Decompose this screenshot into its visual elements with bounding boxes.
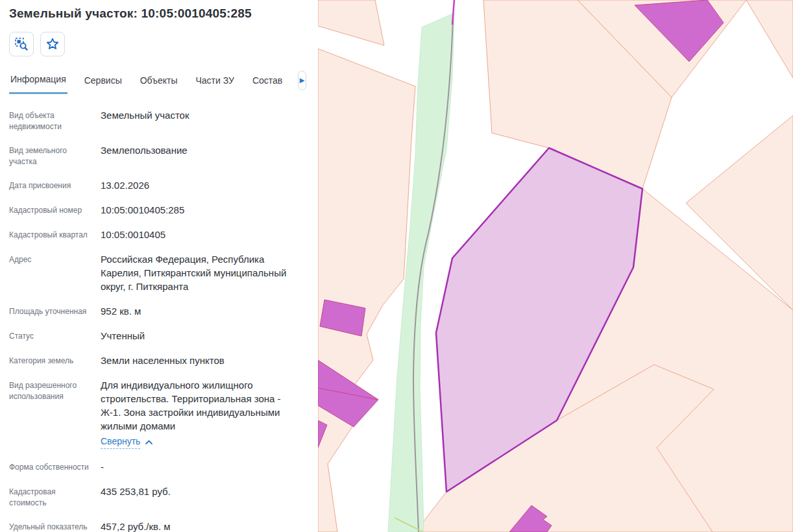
chevron-right-icon: ▶ [300, 77, 305, 84]
field-label: Кадастровый номер [9, 203, 95, 217]
field-row-specific-cadastral-value: Удельный показатель кадастровой 457,2 ру… [9, 520, 306, 532]
tab-information[interactable]: Информация [9, 70, 67, 94]
field-value: Учтенный [101, 329, 293, 343]
zoom-to-object-icon [14, 36, 29, 52]
field-value: - [101, 460, 293, 474]
field-value: Земельный участок [101, 108, 293, 132]
cadastral-map-app: Земельный участок: 10:05:0010405:285 [0, 0, 793, 532]
star-icon [45, 36, 60, 52]
parcel-polygon [746, 0, 793, 78]
field-row-cadastral-number: Кадастровый номер 10:05:0010405:285 [9, 203, 306, 217]
field-label: Вид объекта недвижимости [9, 108, 95, 132]
tab-parcel-parts[interactable]: Части ЗУ [194, 71, 235, 93]
object-toolbar [9, 32, 306, 56]
field-label: Кадастровая стоимость [9, 485, 95, 509]
collapse-link[interactable]: Свернуть [101, 435, 153, 449]
field-row-permitted-use: Вид разрешенного использования Для индив… [9, 378, 306, 449]
field-value: 435 253,81 руб. [101, 485, 293, 509]
parcel-polygon [318, 0, 384, 45]
zoom-to-object-button[interactable] [9, 32, 34, 56]
page-title: Земельный участок: 10:05:0010405:285 [9, 6, 306, 21]
field-value: 10:05:0010405:285 [101, 203, 293, 217]
field-value: 13.02.2026 [101, 178, 293, 192]
field-row-status: Статус Учтенный [9, 329, 306, 343]
field-label: Статус [9, 329, 95, 343]
field-label: Адрес [9, 252, 95, 293]
field-value: Землепользование [101, 143, 293, 167]
favorite-button[interactable] [40, 32, 65, 56]
object-info-panel: Земельный участок: 10:05:0010405:285 [0, 0, 318, 532]
field-value: 10:05:0010405 [101, 228, 293, 241]
chevron-up-icon [145, 435, 153, 449]
object-attributes: Вид объекта недвижимости Земельный участ… [9, 108, 306, 532]
map-canvas[interactable] [318, 0, 793, 532]
field-row-address: Адрес Российская Федерация, Республика К… [9, 252, 306, 293]
field-label: Вид разрешенного использования [9, 378, 95, 449]
field-label: Удельный показатель кадастровой [9, 520, 95, 532]
field-label: Вид земельного участка [9, 143, 95, 167]
tab-objects[interactable]: Объекты [139, 71, 179, 93]
field-row-assignment-date: Дата присвоения 13.02.2026 [9, 178, 306, 192]
field-value: Для индивидуального жилищного строительс… [101, 378, 293, 449]
field-value: Земли населенных пунктов [101, 354, 293, 367]
field-label: Форма собственности [9, 460, 95, 474]
field-value: Российская Федерация, Республика Карелия… [101, 252, 293, 293]
field-label: Категория земель [9, 354, 95, 367]
field-row-cadastral-value: Кадастровая стоимость 435 253,81 руб. [9, 485, 306, 509]
collapse-link-label: Свернуть [101, 435, 140, 449]
field-label: Дата присвоения [9, 178, 95, 192]
field-row-area: Площадь уточненная 952 кв. м [9, 304, 306, 318]
tab-composition[interactable]: Состав [251, 71, 284, 93]
tabs-scroll-right-button[interactable]: ▶ [298, 71, 306, 90]
field-row-ownership-form: Форма собственности - [9, 460, 306, 474]
permitted-use-text: Для индивидуального жилищного строительс… [101, 380, 281, 431]
field-label: Площадь уточненная [9, 304, 95, 318]
field-value: 457,2 руб./кв. м [101, 520, 293, 532]
object-tabs: Информация Сервисы Объекты Части ЗУ Сост… [9, 70, 306, 94]
field-row-cadastral-block: Кадастровый квартал 10:05:0010405 [9, 228, 306, 241]
field-row-land-use-kind: Вид земельного участка Землепользование [9, 143, 306, 167]
field-row-land-category: Категория земель Земли населенных пункто… [9, 354, 306, 367]
tab-services[interactable]: Сервисы [83, 71, 123, 93]
field-label: Кадастровый квартал [9, 228, 95, 241]
field-row-object-kind: Вид объекта недвижимости Земельный участ… [9, 108, 306, 132]
field-value: 952 кв. м [101, 304, 293, 318]
